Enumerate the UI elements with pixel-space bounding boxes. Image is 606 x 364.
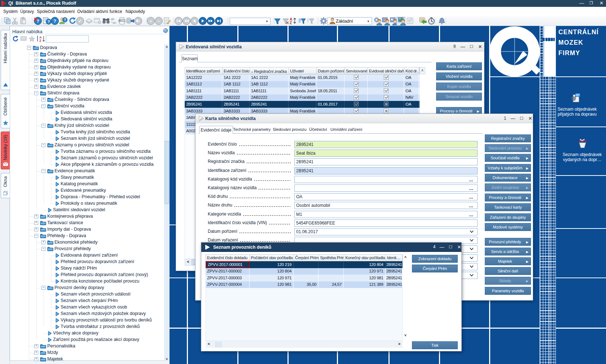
svg-text:Z: Z (290, 21, 292, 25)
